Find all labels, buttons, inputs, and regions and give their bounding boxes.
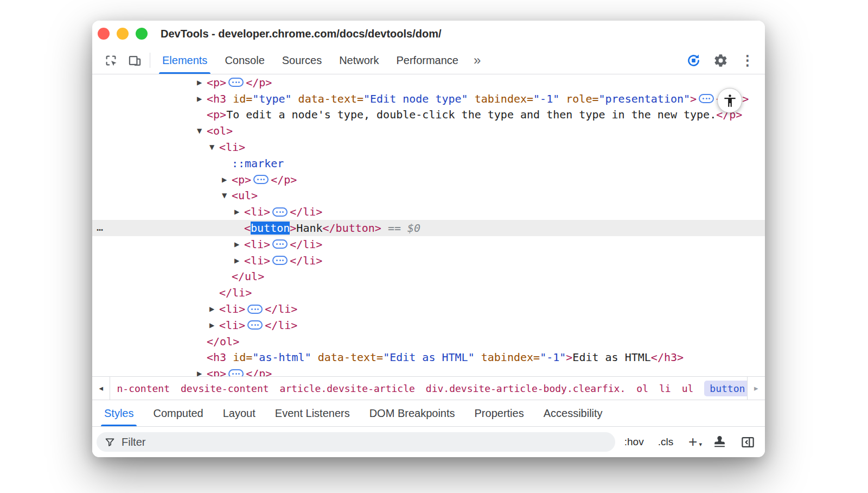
dom-tree-row[interactable]: ▶<li></li> [92, 317, 765, 333]
tab-sources[interactable]: Sources [273, 47, 330, 74]
ellipsis-expander-icon[interactable] [272, 239, 288, 249]
ellipsis-expander-icon[interactable] [272, 256, 288, 265]
token-pseudo: ::marker [232, 157, 284, 170]
token-tag: > [290, 222, 296, 235]
dom-tree-row[interactable]: …<button>Hank</button> == $0 [92, 220, 765, 236]
tab-network[interactable]: Network [330, 47, 387, 74]
token-attr: role= [559, 92, 598, 105]
dom-tree-row[interactable]: ▶<p></p> [92, 74, 765, 91]
sidebar-tab-properties[interactable]: Properties [465, 400, 534, 426]
dom-tree-row[interactable]: ▼<li> [92, 139, 765, 155]
token-eq: == [381, 222, 407, 235]
disclosure-arrow-icon[interactable]: ▶ [222, 176, 232, 184]
disclosure-arrow-icon[interactable]: ▶ [209, 305, 219, 313]
token-val: "-1" [533, 92, 559, 105]
breadcrumb-scroll-right-icon[interactable]: ▸ [747, 377, 765, 400]
token-val: "-1" [540, 351, 566, 364]
token-tag: <ul> [232, 189, 258, 202]
styles-sidebar-tabs: StylesComputedLayoutEvent ListenersDOM B… [92, 400, 765, 427]
dom-tree-row[interactable]: ▶<h3 id="type" data-text="Edit node type… [92, 91, 765, 107]
dom-tree-row[interactable]: ▶<li></li> [92, 301, 765, 317]
ellipsis-expander-icon[interactable] [228, 369, 244, 376]
breadcrumb-item-n-content[interactable]: n-content [117, 383, 170, 394]
token-tag: <h3 [207, 92, 226, 105]
device-toolbar-icon[interactable] [123, 47, 146, 74]
close-button[interactable] [98, 28, 110, 40]
dom-tree-row[interactable]: ▶<p></p> [92, 365, 765, 376]
sidebar-tab-layout[interactable]: Layout [213, 400, 265, 426]
screencast-icon[interactable] [681, 53, 705, 68]
dom-tree-row[interactable]: </li> [92, 285, 765, 301]
new-style-rule-button[interactable]: + ▾ [682, 433, 703, 451]
dom-tree-row[interactable]: ▶<li></li> [92, 252, 765, 269]
dom-tree-row[interactable]: <h3 id="as-html" data-text="Edit as HTML… [92, 350, 765, 366]
dom-tree-row[interactable]: ▶<li></li> [92, 204, 765, 220]
disclosure-arrow-icon[interactable]: ▶ [209, 321, 219, 329]
filter-input[interactable] [122, 436, 608, 448]
dom-tree-row[interactable]: </ul> [92, 269, 765, 285]
sidebar-tab-computed[interactable]: Computed [143, 400, 213, 426]
tab-console[interactable]: Console [216, 47, 273, 74]
token-text: To edit a node's type, double-click the … [226, 108, 716, 121]
tab-performance[interactable]: Performance [388, 47, 468, 74]
inspect-element-icon[interactable] [99, 47, 123, 74]
toggle-sidebar-icon[interactable] [736, 435, 760, 450]
token-tag: <li> [219, 319, 245, 332]
disclosure-arrow-icon[interactable]: ▶ [197, 95, 207, 103]
disclosure-arrow-icon[interactable]: ▶ [234, 257, 244, 264]
filter-field[interactable] [97, 432, 615, 452]
dom-tree-row[interactable]: ▼<ol> [92, 123, 765, 139]
token-tag: </li> [219, 286, 252, 299]
disclosure-arrow-icon[interactable]: ▼ [222, 192, 232, 199]
toggle-element-state-button[interactable]: :hov [620, 436, 649, 448]
sidebar-tab-event-listeners[interactable]: Event Listeners [265, 400, 360, 426]
dom-tree-row[interactable]: ::marker [92, 155, 765, 172]
dom-tree-row[interactable]: <p>To edit a node's type, double-click t… [92, 107, 765, 123]
disclosure-arrow-icon[interactable]: ▼ [197, 127, 207, 135]
token-tag: <p> [207, 108, 226, 121]
sidebar-tab-styles[interactable]: Styles [94, 400, 143, 426]
minimize-button[interactable] [117, 28, 129, 40]
tab-elements[interactable]: Elements [154, 47, 216, 74]
settings-gear-icon[interactable] [709, 53, 732, 68]
ellipsis-expander-icon[interactable] [247, 305, 263, 314]
plus-caret-icon: ▾ [699, 441, 703, 448]
disclosure-arrow-icon[interactable]: ▶ [197, 79, 207, 86]
breadcrumb-item-article-devsite-article[interactable]: article.devsite-article [280, 383, 415, 394]
disclosure-arrow-icon[interactable]: ▶ [234, 241, 244, 248]
breadcrumb-item-devsite-content[interactable]: devsite-content [181, 383, 269, 394]
token-tag: <li> [219, 141, 245, 154]
token-tag: <li> [244, 238, 270, 251]
token-text: Edit as HTML [572, 351, 651, 364]
ellipsis-expander-icon[interactable] [699, 94, 714, 103]
ellipsis-expander-icon[interactable] [228, 78, 244, 87]
row-actions-ellipsis-icon[interactable]: … [97, 220, 103, 233]
breadcrumb-item-div-devsite-article-body-clearfix[interactable]: div.devsite-article-body.clearfix. [426, 383, 626, 394]
filter-funnel-icon [104, 437, 116, 448]
dom-tree-row[interactable]: </ol> [92, 333, 765, 350]
dom-tree-row[interactable]: ▶<li></li> [92, 236, 765, 252]
breadcrumb-item-button[interactable]: button [704, 381, 746, 396]
disclosure-arrow-icon[interactable]: ▶ [234, 208, 244, 216]
sidebar-tab-dom-breakpoints[interactable]: DOM Breakpoints [360, 400, 465, 426]
breadcrumb-item-li[interactable]: li [659, 383, 671, 394]
breadcrumb-item-ul[interactable]: ul [682, 383, 694, 394]
zoom-button[interactable] [136, 28, 148, 40]
disclosure-arrow-icon[interactable]: ▼ [209, 143, 219, 151]
disclosure-arrow-icon[interactable]: ▶ [197, 370, 207, 376]
breadcrumb-scroll-left-icon[interactable]: ◂ [92, 377, 110, 400]
more-menu-icon[interactable]: ⋮ [736, 52, 760, 69]
ellipsis-expander-icon[interactable] [253, 175, 269, 184]
rendering-emulation-stamp-icon[interactable] [707, 435, 731, 449]
breadcrumb-item-ol[interactable]: ol [636, 383, 648, 394]
ellipsis-expander-icon[interactable] [247, 320, 263, 330]
token-attr: data-text= [292, 92, 363, 105]
sidebar-tab-accessibility[interactable]: Accessibility [534, 400, 612, 426]
dom-tree-row[interactable]: ▶<p></p> [92, 172, 765, 188]
more-panels-button[interactable]: » [467, 47, 487, 74]
token-tag: <li> [244, 205, 270, 218]
main-toolbar: ElementsConsoleSourcesNetworkPerformance… [92, 47, 765, 74]
element-classes-button[interactable]: .cls [653, 436, 679, 448]
ellipsis-expander-icon[interactable] [272, 207, 288, 217]
dom-tree-row[interactable]: ▼<ul> [92, 188, 765, 204]
